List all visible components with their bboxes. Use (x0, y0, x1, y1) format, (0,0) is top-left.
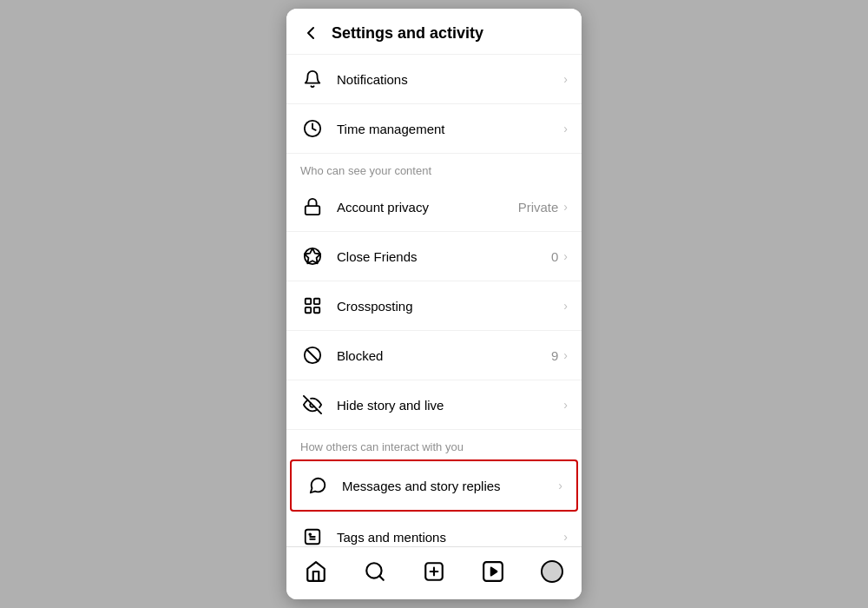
account-privacy-label: Account privacy (337, 200, 518, 215)
account-privacy-item[interactable]: Account privacy Private › (286, 182, 582, 232)
scroll-content: Notifications › Time management › Who ca… (286, 55, 582, 546)
chevron-icon: › (563, 200, 568, 214)
svg-rect-1 (306, 206, 320, 215)
time-management-label: Time management (337, 122, 563, 136)
close-friends-value: 0 (551, 249, 558, 264)
lock-icon (300, 195, 325, 219)
account-privacy-value: Private (518, 200, 559, 215)
chevron-icon: › (563, 299, 568, 313)
chevron-icon: › (563, 530, 568, 544)
messages-label: Messages and story replies (342, 479, 558, 493)
close-friends-item[interactable]: Close Friends 0 › (286, 232, 582, 281)
svg-point-12 (309, 533, 311, 535)
chevron-icon: › (563, 72, 568, 86)
blocked-item[interactable]: Blocked 9 › (286, 331, 582, 380)
hide-icon (300, 393, 325, 417)
tags-mentions-label: Tags and mentions (337, 530, 563, 545)
notifications-label: Notifications (337, 72, 563, 87)
svg-rect-6 (306, 307, 311, 313)
hide-story-live-label: Hide story and live (337, 398, 563, 413)
nav-search[interactable] (358, 556, 392, 587)
chevron-icon: › (563, 249, 568, 263)
back-button[interactable] (300, 23, 321, 43)
clock-icon (300, 116, 325, 141)
bell-icon (300, 67, 325, 91)
crossposting-item[interactable]: Crossposting › (286, 281, 582, 331)
close-friends-label: Close Friends (337, 249, 551, 264)
bottom-nav (286, 546, 582, 599)
hide-story-live-item[interactable]: Hide story and live › (286, 380, 582, 430)
blocked-value: 9 (551, 348, 558, 363)
blocked-label: Blocked (337, 348, 551, 363)
section-label-interactions: How others can interact with you (286, 430, 582, 459)
section-label-privacy: Who can see your content (286, 154, 582, 182)
svg-rect-7 (314, 307, 319, 313)
header: Settings and activity (286, 9, 582, 55)
message-icon (306, 473, 330, 498)
nav-home[interactable] (299, 556, 333, 587)
svg-rect-5 (314, 299, 319, 304)
phone-container: Settings and activity Notifications › (286, 9, 582, 599)
chevron-icon: › (563, 122, 568, 135)
crossposting-label: Crossposting (337, 299, 563, 314)
chevron-icon: › (563, 398, 568, 412)
notifications-item[interactable]: Notifications › (286, 55, 582, 104)
nav-reels[interactable] (476, 556, 510, 587)
grid-icon (300, 294, 325, 318)
chevron-icon: › (563, 348, 568, 362)
svg-marker-20 (491, 568, 497, 576)
messages-story-replies-item[interactable]: Messages and story replies › (290, 459, 578, 512)
page-title: Settings and activity (332, 24, 483, 43)
block-icon (300, 343, 325, 367)
tag-icon (300, 525, 325, 546)
tags-mentions-item[interactable]: Tags and mentions › (286, 512, 582, 546)
star-icon (300, 244, 325, 268)
nav-profile[interactable] (535, 556, 569, 587)
svg-line-9 (307, 350, 319, 361)
time-management-item[interactable]: Time management › (286, 104, 582, 154)
svg-line-15 (379, 576, 384, 580)
profile-avatar (541, 560, 563, 583)
svg-rect-4 (306, 299, 311, 304)
chevron-icon: › (558, 479, 562, 492)
nav-add[interactable] (417, 556, 451, 587)
